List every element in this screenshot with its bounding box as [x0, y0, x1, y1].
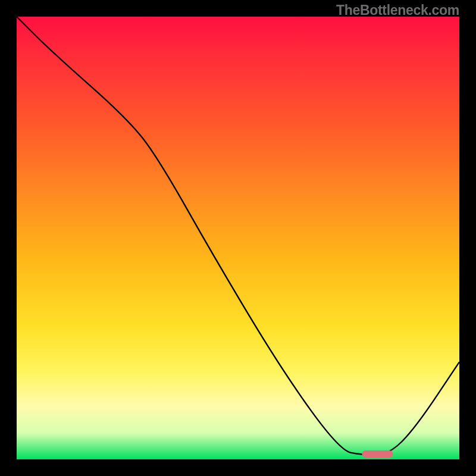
marker-segment	[362, 450, 393, 458]
chart-container: TheBottleneck.com	[0, 0, 476, 476]
curve-path	[17, 17, 459, 455]
chart-svg	[17, 17, 459, 459]
watermark: TheBottleneck.com	[336, 2, 459, 18]
